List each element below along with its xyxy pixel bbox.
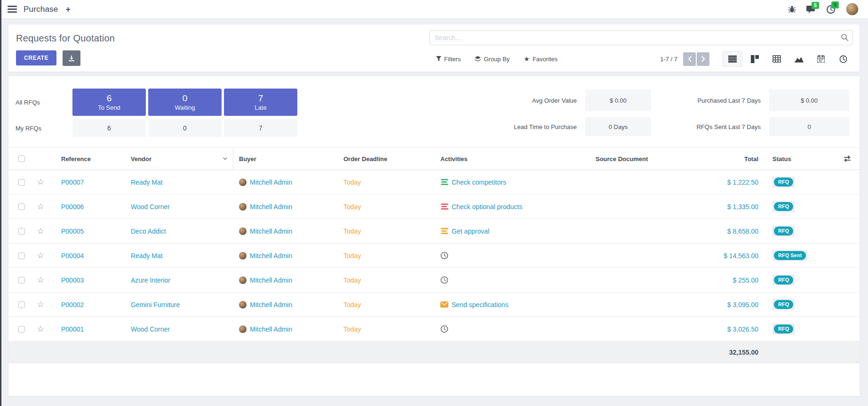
kanban-view-button[interactable] (745, 51, 764, 67)
activity-cell[interactable] (435, 325, 590, 333)
activity-cell[interactable] (435, 252, 590, 260)
list-view-button[interactable] (723, 51, 742, 67)
to-send-filter-button[interactable]: 6 To Send (72, 89, 146, 116)
header-activities[interactable]: Activities (435, 148, 590, 170)
buyer-cell[interactable]: Mitchell Admin (233, 203, 338, 211)
activities-menu[interactable]: 9 (826, 5, 836, 14)
reference-link[interactable]: P00004 (51, 252, 125, 260)
order-deadline: Today (338, 276, 435, 284)
optional-columns-cell[interactable] (818, 148, 860, 170)
pager-next-button[interactable] (697, 52, 709, 66)
activity-cell[interactable] (435, 276, 590, 284)
reference-link[interactable]: P00007 (51, 179, 125, 186)
vendor-link[interactable]: Ready Mat (125, 252, 233, 260)
calendar-view-button[interactable] (811, 51, 831, 67)
favorite-star-toggle[interactable]: ☆ (30, 324, 51, 334)
row-checkbox[interactable] (18, 179, 25, 186)
main-content: All RFQs 6 To Send 0 Waiting 7 Late My R… (8, 76, 860, 396)
export-button[interactable] (63, 50, 80, 66)
header-order-deadline[interactable]: Order Deadline (338, 148, 435, 170)
control-panel: Requests for Quotation CREATE (8, 24, 860, 72)
create-button[interactable]: CREATE (16, 50, 56, 65)
messages-menu[interactable]: 5 (806, 5, 816, 14)
search-icon[interactable] (841, 33, 849, 41)
header-source-document[interactable]: Source Document (590, 148, 694, 170)
row-checkbox[interactable] (18, 252, 25, 259)
debug-menu[interactable] (788, 5, 796, 13)
status-badge: RFQ (774, 325, 793, 333)
row-checkbox[interactable] (18, 326, 25, 333)
buyer-cell[interactable]: Mitchell Admin (233, 252, 338, 260)
header-total[interactable]: Total (694, 148, 764, 170)
activity-cell[interactable]: Send specifications (435, 301, 590, 309)
apps-menu-icon[interactable] (8, 6, 17, 13)
buyer-cell[interactable]: Mitchell Admin (233, 325, 338, 333)
search-input[interactable] (430, 30, 853, 45)
my-late-button[interactable]: 7 (224, 119, 297, 137)
table-row[interactable]: ☆ P00001 Wood Corner Mitchell Admin Toda… (8, 317, 860, 341)
vendor-link[interactable]: Wood Corner (125, 203, 233, 211)
user-avatar[interactable] (846, 3, 859, 16)
app-menu-title[interactable]: Purchase (24, 5, 58, 14)
table-row[interactable]: ☆ P00004 Ready Mat Mitchell Admin Today (8, 244, 860, 268)
table-row[interactable]: ☆ P00007 Ready Mat Mitchell Admin Today (8, 170, 860, 195)
table-row[interactable]: ☆ P00005 Deco Addict Mitchell Admin Toda… (8, 219, 860, 244)
table-row[interactable]: ☆ P00002 Gemini Furniture Mitchell Admin… (8, 292, 860, 317)
lead-time-value[interactable]: 0 Days (585, 117, 651, 136)
favorite-star-toggle[interactable]: ☆ (30, 300, 51, 309)
vendor-link[interactable]: Ready Mat (125, 179, 233, 186)
group-by-button[interactable]: Group By (475, 56, 510, 63)
reference-link[interactable]: P00002 (51, 301, 125, 309)
purchased-last-7-days-value[interactable]: $ 0.00 (769, 89, 849, 111)
table-row[interactable]: ☆ P00006 Wood Corner Mitchell Admin Toda… (8, 195, 860, 219)
activity-cell[interactable]: Check competitors (435, 179, 590, 186)
row-checkbox[interactable] (18, 277, 25, 284)
buyer-cell[interactable]: Mitchell Admin (233, 301, 338, 309)
waiting-filter-button[interactable]: 0 Waiting (148, 89, 222, 116)
favorite-star-toggle[interactable]: ☆ (30, 251, 51, 260)
vendor-link[interactable]: Gemini Furniture (125, 301, 233, 309)
row-checkbox[interactable] (18, 228, 25, 235)
buyer-cell[interactable]: Mitchell Admin (233, 227, 338, 235)
select-all-checkbox[interactable] (18, 155, 25, 162)
pivot-view-button[interactable] (767, 51, 787, 67)
reference-link[interactable]: P00003 (51, 276, 125, 284)
activity-cell[interactable]: Check optional products (435, 203, 590, 211)
rfqs-sent-last-7-days-value[interactable]: 0 (769, 117, 849, 136)
vendor-link[interactable]: Wood Corner (125, 325, 233, 333)
graph-view-button[interactable] (789, 51, 809, 67)
row-checkbox[interactable] (18, 203, 25, 210)
vendor-link[interactable]: Deco Addict (125, 227, 233, 235)
favorite-star-toggle[interactable]: ☆ (30, 202, 51, 211)
favorite-star-toggle[interactable]: ☆ (30, 177, 51, 187)
reference-link[interactable]: P00005 (51, 227, 125, 235)
late-filter-button[interactable]: 7 Late (224, 89, 297, 116)
reference-link[interactable]: P00006 (51, 203, 125, 211)
header-reference[interactable]: Reference (51, 148, 125, 170)
activity-view-button[interactable] (833, 51, 853, 67)
table-body: ☆ P00007 Ready Mat Mitchell Admin Today (8, 170, 860, 341)
reference-link[interactable]: P00001 (51, 325, 125, 333)
new-tab-button[interactable]: + (65, 5, 71, 14)
buyer-avatar (239, 252, 247, 260)
activity-cell[interactable]: Get approval (435, 227, 590, 235)
header-status[interactable]: Status (764, 148, 818, 170)
row-checkbox[interactable] (18, 301, 25, 308)
favorites-button[interactable]: ★ Favorites (524, 56, 557, 63)
favorite-star-toggle[interactable]: ☆ (30, 226, 51, 236)
my-to-send-button[interactable]: 6 (72, 119, 146, 137)
header-vendor[interactable]: Vendor (125, 148, 233, 170)
avg-order-value[interactable]: $ 0.00 (585, 89, 651, 111)
select-all-checkbox-cell[interactable] (13, 148, 30, 170)
buyer-cell[interactable]: Mitchell Admin (233, 276, 338, 284)
vendor-link[interactable]: Azure Interior (125, 276, 233, 284)
activity-view-icon (839, 55, 847, 63)
header-buyer[interactable]: Buyer (233, 148, 338, 170)
my-waiting-button[interactable]: 0 (148, 119, 222, 137)
table-row[interactable]: ☆ P00003 Azure Interior Mitchell Admin T… (8, 268, 860, 292)
pager-previous-button[interactable] (683, 52, 696, 66)
favorite-star-toggle[interactable]: ☆ (30, 275, 51, 285)
optional-columns-icon[interactable] (844, 155, 851, 162)
buyer-cell[interactable]: Mitchell Admin (233, 179, 338, 186)
filters-button[interactable]: Filters (436, 56, 461, 63)
